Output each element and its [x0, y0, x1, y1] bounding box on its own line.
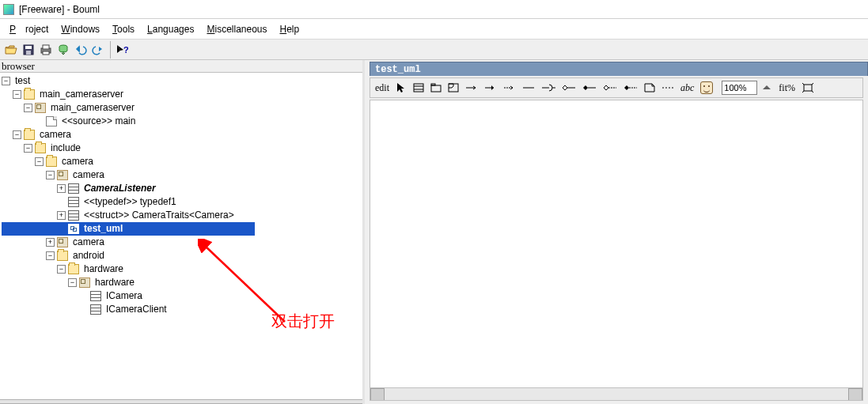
menu-miscellaneous[interactable]: Miscellaneous [202, 21, 271, 37]
collapse-icon[interactable]: − [13, 90, 21, 99]
annotation-arrow [198, 239, 324, 334]
svg-rect-12 [431, 84, 435, 85]
fit-button[interactable]: fit% [776, 80, 798, 96]
tree-node[interactable]: + <<struct>> CameraTraits<Camera> [2, 209, 362, 222]
toolbar-separator [110, 41, 111, 59]
expand-icon[interactable]: + [46, 238, 55, 247]
expand-icon[interactable]: + [57, 211, 66, 220]
collapse-icon[interactable]: − [24, 104, 32, 112]
dashed-aggr-icon[interactable] [601, 80, 620, 96]
required-icon[interactable] [539, 80, 558, 96]
tree-node[interactable]: − main_cameraserver [2, 101, 362, 115]
class-icon [68, 210, 79, 221]
whatsthis-icon[interactable]: ? [115, 42, 131, 58]
titlebar: [Freeware] - Bouml [0, 0, 868, 19]
pointer-icon[interactable] [393, 80, 409, 96]
class-icon [68, 197, 79, 207]
text-icon[interactable]: abc [678, 80, 696, 96]
open-icon[interactable] [3, 42, 19, 58]
spacer [57, 198, 66, 206]
main-toolbar: ? [0, 40, 868, 60]
menu-languages[interactable]: Languages [142, 21, 199, 37]
collapse-icon[interactable]: − [2, 77, 10, 85]
diagram-tab-label: test_uml [375, 64, 421, 75]
tree-label: camera [59, 155, 96, 168]
optimal-size-icon[interactable] [799, 80, 817, 96]
tree-node[interactable]: − camera [2, 168, 362, 182]
tree-label: CameraListener [81, 182, 158, 195]
horizontal-scrollbar[interactable] [370, 387, 862, 400]
print-icon[interactable] [38, 42, 54, 58]
expand-icon[interactable]: + [57, 184, 66, 193]
tree-node[interactable]: − camera [2, 155, 362, 168]
zoom-input[interactable] [722, 81, 757, 95]
svg-rect-1 [25, 46, 32, 49]
edit-button[interactable]: edit [373, 80, 392, 96]
tree-node[interactable]: − camera [2, 128, 362, 142]
workspace: browser − test − main_cameraserver − mai… [0, 60, 868, 404]
collapse-icon[interactable]: − [46, 171, 55, 179]
tree-label: <<typedef>> typedef1 [81, 195, 179, 209]
component-folder-icon [35, 103, 46, 113]
tree[interactable]: − test − main_cameraserver − main_camera… [0, 73, 362, 399]
app-icon [3, 4, 14, 15]
collapse-icon[interactable]: − [13, 130, 21, 139]
association-icon[interactable] [463, 80, 480, 96]
composition-icon[interactable] [580, 80, 599, 96]
collapse-icon[interactable]: − [24, 144, 32, 153]
menu-tools[interactable]: Tools [108, 21, 139, 37]
spacer [57, 225, 66, 233]
component-folder-icon [57, 237, 68, 247]
package-icon[interactable] [428, 80, 444, 96]
component-folder-icon [79, 278, 90, 288]
svg-rect-2 [26, 51, 31, 55]
tree-label: test [13, 74, 32, 88]
tree-node[interactable]: <<source>> main [2, 115, 362, 128]
diagram-icon [68, 224, 79, 234]
tree-label: main_cameraserver [37, 88, 126, 101]
save-icon[interactable] [21, 42, 36, 58]
menu-windows[interactable]: Windows [56, 21, 104, 37]
tree-node-root[interactable]: − test [2, 74, 362, 88]
tree-node[interactable]: − main_cameraserver [2, 88, 362, 101]
tree-node[interactable]: + CameraListener [2, 182, 362, 195]
tree-label: ICameraClient [104, 303, 169, 316]
tree-label: include [48, 142, 83, 155]
svg-rect-5 [43, 51, 49, 55]
file-icon [46, 116, 57, 126]
zoom-up-icon[interactable] [759, 80, 775, 96]
tree-node[interactable]: − include [2, 142, 362, 155]
face-icon [700, 81, 713, 94]
class-box-icon[interactable] [411, 80, 426, 96]
tree-label: main_cameraserver [48, 101, 137, 115]
collapse-icon[interactable]: − [35, 157, 44, 166]
menu-project[interactable]: Project [5, 21, 53, 37]
class-icon [68, 183, 79, 194]
svg-rect-11 [431, 85, 441, 92]
line-icon[interactable] [520, 80, 537, 96]
anchor-icon[interactable] [659, 80, 677, 96]
directed-assoc-icon[interactable] [482, 80, 499, 96]
collapse-icon[interactable]: − [57, 265, 66, 274]
note-icon[interactable] [642, 80, 658, 96]
folder-icon [24, 89, 35, 100]
menu-help[interactable]: Help [275, 21, 305, 37]
db-down-icon[interactable] [55, 42, 71, 58]
svg-line-26 [204, 245, 285, 322]
undo-icon[interactable] [73, 42, 89, 58]
diagram-canvas[interactable] [370, 100, 863, 401]
dependency-icon[interactable] [501, 80, 518, 96]
dashed-comp-icon[interactable] [621, 80, 640, 96]
image-icon[interactable] [698, 80, 715, 96]
collapse-icon[interactable]: − [46, 251, 55, 260]
tree-node-selected[interactable]: test_uml [2, 222, 255, 236]
tree-label: camera [70, 168, 107, 182]
fragment-icon[interactable] [445, 80, 461, 96]
horizontal-splitter[interactable] [0, 399, 362, 404]
redo-icon[interactable] [90, 42, 106, 58]
tree-node[interactable]: <<typedef>> typedef1 [2, 195, 362, 209]
diagram-tab[interactable]: test_uml [370, 62, 868, 76]
collapse-icon[interactable]: − [68, 278, 77, 287]
aggregation-icon[interactable] [559, 80, 578, 96]
diagram-pane: test_uml edit abc fit% [365, 60, 868, 404]
